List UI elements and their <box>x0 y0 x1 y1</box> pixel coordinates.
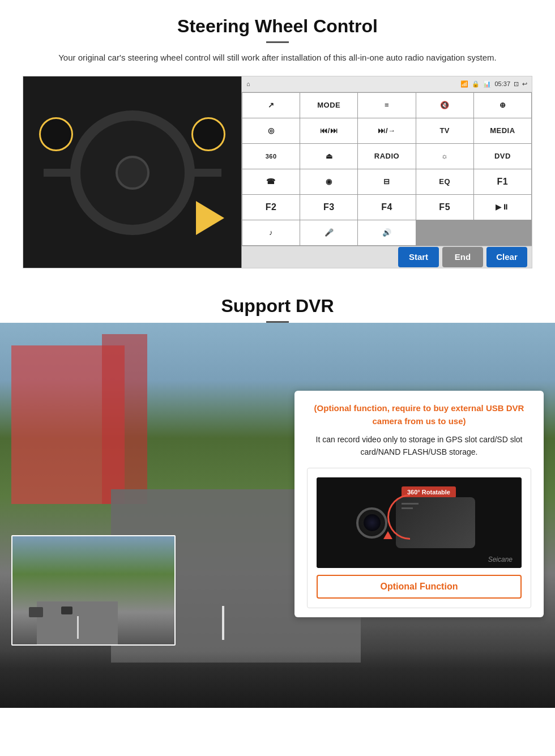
steering-subtitle: Your original car's steering wheel contr… <box>23 51 532 65</box>
ctrl-btn-f3[interactable]: F3 <box>300 195 357 220</box>
clear-button[interactable]: Clear <box>486 247 527 267</box>
ctrl-btn-tv[interactable]: TV <box>416 118 473 143</box>
right-button-cluster <box>191 117 225 151</box>
window-icon: ⊡ <box>514 80 519 88</box>
ctrl-btn-360[interactable]: 360 <box>242 144 300 169</box>
status-bar: ⌂ 📶 🔒 📊 05:37 ⊡ ↩ <box>242 76 532 92</box>
control-panel: ⌂ 📶 🔒 📊 05:37 ⊡ ↩ ↗ MODE ≡ 🔇 ⊕ <box>241 76 532 268</box>
status-right: 📶 🔒 📊 05:37 ⊡ ↩ <box>460 80 527 88</box>
thumb-car1 <box>29 607 43 617</box>
ctrl-btn-eject[interactable]: ⏏ <box>300 144 357 169</box>
ctrl-btn-media[interactable]: MEDIA <box>474 118 531 143</box>
ctrl-btn-dvd[interactable]: DVD <box>474 144 531 169</box>
steering-wheel-photo <box>23 76 241 268</box>
thumb-car2 <box>61 606 72 614</box>
dvr-photo-area: (Optional function, require to buy exter… <box>0 323 555 708</box>
lock-icon: 🔒 <box>472 80 480 88</box>
road-line <box>222 606 224 640</box>
time-display: 05:37 <box>494 80 510 87</box>
wheel-hub <box>116 156 150 190</box>
ctrl-btn-mute[interactable]: 🔇 <box>416 93 473 118</box>
dvr-title: Support DVR <box>0 296 555 317</box>
lens-inner <box>364 514 381 531</box>
ctrl-btn-internet[interactable]: ◉ <box>300 169 357 194</box>
ctrl-btn-settings[interactable]: ◎ <box>242 118 300 143</box>
ctrl-btn-radio[interactable]: RADIO <box>358 144 415 169</box>
dvr-section: Support DVR (Optional function, <box>0 280 555 708</box>
ctrl-btn-f4[interactable]: F4 <box>358 195 415 220</box>
steering-title: Steering Wheel Control <box>23 16 532 37</box>
steering-wheel-section: Steering Wheel Control Your original car… <box>0 0 555 280</box>
ctrl-btn-prev[interactable]: ⏮/⏭ <box>300 118 357 143</box>
ctrl-btn-f2[interactable]: F2 <box>242 195 300 220</box>
optional-function-button[interactable]: Optional Function <box>317 575 522 599</box>
dashboard <box>0 651 555 708</box>
direction-arrow <box>196 201 224 235</box>
building-left2 <box>102 334 147 504</box>
spoke-left <box>44 169 80 177</box>
back-icon: ↩ <box>522 80 527 88</box>
dvr-orange-text: (Optional function, require to buy exter… <box>307 402 531 428</box>
ctrl-btn-eq[interactable]: EQ <box>416 169 473 194</box>
dvr-info-box: (Optional function, require to buy exter… <box>294 391 544 617</box>
action-bar: Start End Clear <box>242 246 532 268</box>
camera-lens <box>356 507 387 539</box>
ctrl-btn-navigate[interactable]: ↗ <box>242 93 300 118</box>
ctrl-btn-f1[interactable]: F1 <box>474 169 531 194</box>
home-icon: ⌂ <box>246 80 250 87</box>
wifi-icon: 📶 <box>460 80 468 88</box>
ctrl-btn-f5[interactable]: F5 <box>416 195 473 220</box>
camera-simulation: 360° Rotatable Seicane <box>317 477 522 568</box>
steering-wheel <box>70 110 195 235</box>
ctrl-btn-menu[interactable]: ≡ <box>358 93 415 118</box>
dvr-camera-box: 360° Rotatable Seicane <box>307 468 531 608</box>
signal-icon: 📊 <box>483 80 491 88</box>
ctrl-btn-mode[interactable]: MODE <box>300 93 357 118</box>
thumb-line <box>77 616 79 639</box>
steering-content-area: ⌂ 📶 🔒 📊 05:37 ⊡ ↩ ↗ MODE ≡ 🔇 ⊕ <box>23 76 532 268</box>
ctrl-btn-playpause[interactable]: ▶⏸ <box>474 195 531 220</box>
ctrl-btn-mic[interactable]: 🎤 <box>300 220 357 245</box>
ctrl-btn-phone[interactable]: ☎ <box>242 169 300 194</box>
status-left: ⌂ <box>246 80 250 87</box>
spoke-right <box>185 169 221 177</box>
dvr-body-text: It can record video only to storage in G… <box>307 433 531 459</box>
ctrl-btn-volume[interactable]: 🔊 <box>358 220 415 245</box>
ctrl-btn-next[interactable]: ⏭/→ <box>358 118 415 143</box>
dvr-thumb-inner <box>12 536 174 644</box>
left-button-cluster <box>39 117 73 151</box>
button-grid: ↗ MODE ≡ 🔇 ⊕ ◎ ⏮/⏭ ⏭/→ TV MEDIA 360 ⏏ RA… <box>242 92 532 246</box>
dvr-thumbnail <box>11 535 176 646</box>
start-button[interactable]: Start <box>398 247 439 267</box>
rotation-arrow <box>383 531 392 539</box>
end-button[interactable]: End <box>442 247 483 267</box>
ctrl-btn-music[interactable]: ♪ <box>242 220 300 245</box>
ctrl-btn-screen[interactable]: ⊟ <box>358 169 415 194</box>
title-divider <box>266 41 289 43</box>
ctrl-btn-dots[interactable]: ⊕ <box>474 93 531 118</box>
ctrl-btn-brightness[interactable]: ☼ <box>416 144 473 169</box>
seicane-watermark: Seicane <box>488 556 513 563</box>
